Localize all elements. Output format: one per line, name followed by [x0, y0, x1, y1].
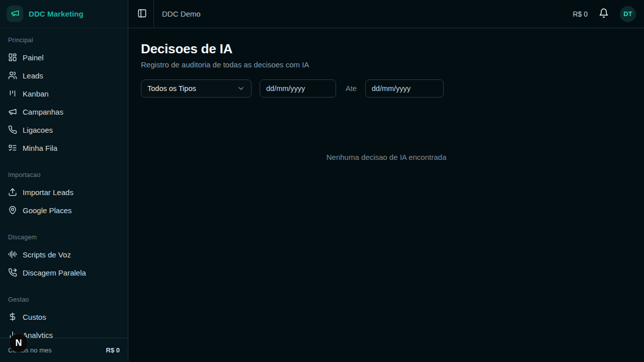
sidebar-item-ligacoes[interactable]: Ligacoes	[6, 121, 122, 139]
map-pin-icon	[8, 206, 17, 215]
sidebar-item-label: Minha Fila	[23, 144, 57, 152]
nav-section-discagem: Discagem Scripts de Voz Discagem Paralel…	[6, 233, 122, 282]
sidebar-item-label: Analytics	[23, 331, 53, 338]
audio-lines-icon	[8, 250, 17, 259]
sidebar-item-scripts-de-voz[interactable]: Scripts de Voz	[6, 245, 122, 263]
topbar: DDC Demo R$ 0 DT	[128, 0, 644, 28]
dev-tools-badge[interactable]: N	[9, 333, 28, 352]
user-avatar[interactable]: DT	[620, 6, 636, 22]
balance-amount: R$ 0	[573, 10, 588, 18]
brand-name: DDC Marketing	[29, 10, 84, 18]
megaphone-icon	[11, 9, 20, 20]
type-filter-value: Todos os Tipos	[147, 84, 196, 93]
page-content: Decisoes de IA Registro de auditoria de …	[128, 28, 644, 362]
sidebar-item-label: Leads	[23, 71, 43, 80]
main-area: DDC Demo R$ 0 DT Decisoes de IA Registro…	[128, 0, 644, 362]
app-root: DDC Marketing Principal Painel Leads	[0, 0, 644, 362]
section-label: Discagem	[6, 233, 122, 241]
topbar-right: R$ 0 DT	[573, 6, 636, 22]
date-from-input[interactable]	[260, 79, 336, 98]
page-subtitle: Registro de auditoria de todas as deciso…	[141, 60, 632, 69]
sidebar-nav: Principal Painel Leads	[0, 28, 128, 338]
sidebar-item-label: Importar Leads	[23, 188, 73, 197]
page-title: Decisoes de IA	[141, 41, 632, 57]
sidebar-item-label: Painel	[23, 53, 44, 62]
kanban-icon	[8, 89, 17, 98]
sidebar-item-discagem-paralela[interactable]: Discagem Paralela	[6, 263, 122, 282]
sidebar-item-label: Kanban	[23, 89, 49, 98]
section-label: Principal	[6, 36, 122, 44]
sidebar-item-label: Discagem Paralela	[23, 268, 86, 277]
sidebar-toggle-button[interactable]	[135, 8, 148, 21]
sidebar-item-custos[interactable]: Custos	[6, 308, 122, 326]
users-icon	[8, 71, 17, 80]
sidebar-item-google-places[interactable]: Google Places	[6, 201, 122, 219]
sidebar-header: DDC Marketing	[0, 0, 128, 28]
section-label: Importacao	[6, 171, 122, 179]
notifications-button[interactable]	[599, 8, 609, 20]
phone-icon	[8, 125, 17, 134]
monthly-cost-value: R$ 0	[106, 346, 120, 354]
sidebar-item-minha-fila[interactable]: Minha Fila	[6, 139, 122, 157]
nav-section-importacao: Importacao Importar Leads Google Places	[6, 171, 122, 219]
topbar-separator	[153, 0, 154, 28]
upload-icon	[8, 188, 17, 197]
sidebar-item-label: Scripts de Voz	[23, 250, 71, 259]
chevron-down-icon	[237, 84, 245, 93]
sidebar: DDC Marketing Principal Painel Leads	[0, 0, 128, 362]
workspace-name: DDC Demo	[162, 10, 201, 18]
section-label: Gestao	[6, 296, 122, 304]
sidebar-item-label: Ligacoes	[23, 126, 53, 134]
phone-forwarded-icon	[8, 268, 17, 277]
megaphone-icon	[8, 107, 17, 116]
sidebar-item-label: Google Places	[23, 206, 72, 215]
date-to-input[interactable]	[365, 79, 444, 98]
sidebar-item-leads[interactable]: Leads	[6, 66, 122, 84]
filters-row: Todos os Tipos Ate	[141, 79, 632, 98]
nav-section-principal: Principal Painel Leads	[6, 36, 122, 157]
list-todo-icon	[8, 143, 17, 152]
dollar-icon	[8, 312, 17, 321]
date-range-label: Ate	[346, 84, 357, 93]
panel-left-icon	[137, 9, 147, 20]
empty-state-message: Nenhuma decisao de IA encontrada	[141, 153, 632, 161]
sidebar-item-importar-leads[interactable]: Importar Leads	[6, 183, 122, 201]
sidebar-item-label: Custos	[23, 313, 46, 321]
dashboard-icon	[8, 53, 17, 62]
sidebar-item-kanban[interactable]: Kanban	[6, 84, 122, 103]
sidebar-item-campanhas[interactable]: Campanhas	[6, 103, 122, 121]
type-filter-select[interactable]: Todos os Tipos	[141, 79, 252, 98]
sidebar-item-label: Campanhas	[23, 108, 63, 116]
bell-icon	[599, 8, 609, 20]
brand-logo	[7, 6, 23, 22]
sidebar-item-painel[interactable]: Painel	[6, 48, 122, 66]
nav-section-gestao: Gestao Custos Analytics	[6, 296, 122, 338]
